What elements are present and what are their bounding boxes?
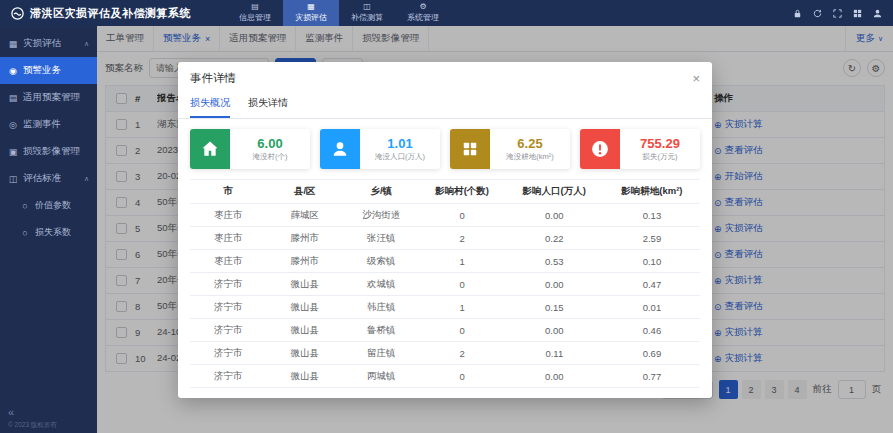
table-row: 济宁市微山县欢城镇00.000.47: [190, 273, 700, 296]
stat-card-text: 6.00淹没村(个): [230, 136, 310, 162]
sidebar-item-5[interactable]: ◫评估标准∧: [0, 165, 97, 192]
column-header: 影响人口(万人): [505, 180, 604, 204]
table-row: 济宁市微山县鲁桥镇00.000.46: [190, 319, 700, 342]
table-cell: 0.47: [604, 273, 700, 296]
table-cell: 济宁市: [190, 365, 267, 388]
grid-blocks-icon: [450, 129, 490, 169]
stat-card: 6.25淹没耕地(km²): [450, 129, 570, 169]
info-icon: ▤: [251, 3, 259, 11]
table-cell: 两城镇: [343, 365, 420, 388]
table-cell: 济宁市: [190, 342, 267, 365]
table-cell: 0.15: [505, 296, 604, 319]
image-icon: ▣: [8, 147, 18, 157]
table-cell: 鲁桥镇: [343, 319, 420, 342]
stat-card: 1.01淹没人口(万人): [320, 129, 440, 169]
table-cell: 微山县: [267, 296, 344, 319]
table-cell: 0.11: [505, 342, 604, 365]
table-row: 枣庄市薛城区沙沟街道00.000.13: [190, 204, 700, 227]
nav-item-3[interactable]: ⚙系统管理: [395, 0, 451, 26]
calc-icon: ◫: [363, 3, 371, 11]
fullscreen-icon[interactable]: [832, 8, 843, 19]
table-cell: 留庄镇: [343, 342, 420, 365]
sidebar-item-6[interactable]: ○价值参数: [0, 192, 97, 219]
modal-tab-1[interactable]: 损失详情: [248, 91, 288, 118]
sidebar-item-label: 预警业务: [23, 64, 61, 77]
table-cell: 1: [420, 250, 505, 273]
grid-icon: ▦: [8, 39, 18, 49]
table-cell: 微山县: [267, 273, 344, 296]
table-cell: 0.69: [604, 342, 700, 365]
stat-value: 6.00: [257, 136, 282, 151]
sidebar-collapse-icon[interactable]: «: [8, 406, 14, 418]
grid-icon[interactable]: [852, 8, 863, 19]
refresh-icon[interactable]: [812, 8, 823, 19]
nav-item-label: 灾损评估: [295, 12, 327, 23]
main: 工单管理预警业务×适用预案管理监测事件损毁影像管理 更多 ∨ 预案名称 查询 重…: [97, 26, 893, 433]
person-icon: [320, 129, 360, 169]
table-cell: 枣庄市: [190, 204, 267, 227]
house-icon: [190, 129, 230, 169]
header: 滞洪区灾损评估及补偿测算系统 ▤信息管理▦灾损评估◫补偿测算⚙系统管理: [0, 0, 893, 26]
app-logo-icon: [10, 6, 25, 21]
stat-card: 6.00淹没村(个): [190, 129, 310, 169]
table-cell: 薛城区: [267, 204, 344, 227]
gauge-icon: ◫: [8, 174, 18, 184]
nav-item-label: 信息管理: [239, 12, 271, 23]
circle-icon: ○: [20, 228, 30, 238]
user-icon[interactable]: [872, 8, 883, 19]
table-cell: 0.00: [505, 273, 604, 296]
sidebar-item-1[interactable]: ◉预警业务: [0, 57, 97, 84]
nav-item-2[interactable]: ◫补偿测算: [339, 0, 395, 26]
stat-label: 淹没人口(万人): [375, 152, 425, 162]
lock-icon[interactable]: [792, 8, 803, 19]
table-cell: 2: [420, 342, 505, 365]
stat-value: 6.25: [517, 136, 542, 151]
event-detail-modal: 事件详情 × 损失概况损失详情 6.00淹没村(个)1.01淹没人口(万人)6.…: [178, 62, 712, 398]
sidebar-menu: ▦灾损评估∧◉预警业务▤适用预案管理◎监测事件▣损毁影像管理◫评估标准∧○价值参…: [0, 30, 97, 246]
table-cell: 微山县: [267, 319, 344, 342]
nav-item-1[interactable]: ▦灾损评估: [283, 0, 339, 26]
table-cell: 级索镇: [343, 250, 420, 273]
sidebar-item-label: 监测事件: [23, 118, 61, 131]
nav-item-label: 系统管理: [407, 12, 439, 23]
table-cell: 济宁市: [190, 319, 267, 342]
table-cell: 沙沟街道: [343, 204, 420, 227]
close-icon[interactable]: ×: [692, 72, 700, 85]
impact-table: 市县/区乡/镇影响村(个数)影响人口(万人)影响耕地(km²) 枣庄市薛城区沙沟…: [190, 179, 700, 388]
stat-card: 755.29损失(万元): [580, 129, 700, 169]
table-cell: 济宁市: [190, 273, 267, 296]
chevron-up-icon: ∧: [84, 40, 89, 48]
table-cell: 0.00: [505, 204, 604, 227]
table-cell: 0.46: [604, 319, 700, 342]
copyright: © 2023 版权所有: [8, 421, 57, 430]
modal-overlay: 事件详情 × 损失概况损失详情 6.00淹没村(个)1.01淹没人口(万人)6.…: [97, 26, 893, 433]
target-icon: ◎: [8, 120, 18, 130]
header-actions: [792, 8, 893, 19]
table-cell: 0: [420, 204, 505, 227]
sidebar-item-label: 适用预案管理: [23, 91, 80, 104]
table-row: 济宁市微山县留庄镇20.110.69: [190, 342, 700, 365]
nav-item-0[interactable]: ▤信息管理: [227, 0, 283, 26]
column-header: 市: [190, 180, 267, 204]
stat-value: 755.29: [640, 136, 680, 151]
table-cell: 0.13: [604, 204, 700, 227]
app-root: 滞洪区灾损评估及补偿测算系统 ▤信息管理▦灾损评估◫补偿测算⚙系统管理 ▦灾损评…: [0, 0, 893, 433]
stat-label: 淹没耕地(km²): [506, 152, 554, 162]
app-logo: 滞洪区灾损评估及补偿测算系统: [0, 6, 201, 21]
sidebar-item-label: 损毁影像管理: [23, 145, 80, 158]
table-cell: 济宁市: [190, 296, 267, 319]
modal-tab-0[interactable]: 损失概况: [190, 91, 230, 118]
table-cell: 枣庄市: [190, 227, 267, 250]
table-cell: 韩庄镇: [343, 296, 420, 319]
table-cell: 枣庄市: [190, 250, 267, 273]
circle-icon: ○: [20, 201, 30, 211]
sidebar-item-3[interactable]: ◎监测事件: [0, 111, 97, 138]
sidebar-item-label: 损失系数: [35, 226, 71, 239]
table-cell: 1: [420, 296, 505, 319]
sidebar-item-7[interactable]: ○损失系数: [0, 219, 97, 246]
sidebar-item-4[interactable]: ▣损毁影像管理: [0, 138, 97, 165]
sidebar-item-label: 价值参数: [35, 199, 71, 212]
stat-card-text: 6.25淹没耕地(km²): [490, 136, 570, 162]
sidebar-item-2[interactable]: ▤适用预案管理: [0, 84, 97, 111]
sidebar-item-0[interactable]: ▦灾损评估∧: [0, 30, 97, 57]
